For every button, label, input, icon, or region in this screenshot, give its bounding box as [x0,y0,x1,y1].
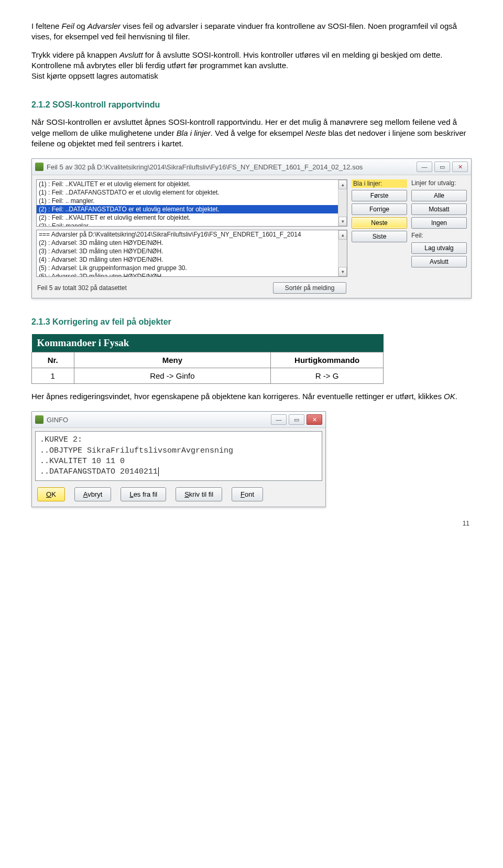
linjer-for-utvalg-label: Linjer for utvalg: [411,179,467,188]
ginfo-window: GINFO — ▭ ✕ .KURVE 2: ..OBJTYPE SikraFri… [31,411,326,507]
feil-titlebar: Feil 5 av 302 på D:\Kvalitetsikring\2014… [32,159,471,175]
avbryt-button[interactable]: Avbryt [74,487,112,501]
feil-list-warnings[interactable]: === Advarsler på D:\Kvalitetsikring\2014… [36,230,347,277]
sort-button[interactable]: Sortér på melding [273,282,346,294]
kom-col-meny: Meny [74,352,271,368]
list-item[interactable]: === Advarsler på D:\Kvalitetsikring\2014… [37,230,347,239]
kom-col-hurtig: Hurtigkommando [271,352,384,368]
para-212: Når SOSI-kontrollen er avsluttet åpnes S… [31,117,472,149]
font-button[interactable]: Font [232,487,263,501]
intro-para-2: Trykk videre på knappen Avslutt for å av… [31,50,472,82]
page-number: 11 [31,520,472,527]
list-item[interactable]: (1) : Feil: ..DATAFANGSTDATO er et ulovl… [37,188,347,197]
skriv-til-fil-button[interactable]: Skriv til fil [176,487,222,501]
list-item[interactable]: (2) : Feil: ..KVALITET er et ulovlig ele… [37,213,347,222]
ginfo-titlebar: GINFO — ▭ ✕ [32,412,325,428]
kom-table-head: Kommandoer i Fysak [32,334,384,352]
feil-sublabel: Feil: [411,232,467,240]
avslutt-button[interactable]: Avslutt [411,256,467,267]
para-213: Her åpnes redigeringsvindet, hvor egensk… [31,391,472,402]
kom-col-nr: Nr. [32,352,74,368]
feil-status-text: Feil 5 av totalt 302 på datasettet [37,284,127,292]
bla-i-linjer-label: Bla i linjer: [352,179,407,188]
motsatt-button[interactable]: Motsatt [411,203,467,215]
intro-para-1: I feltene Feil og Advarsler vises feil o… [31,21,472,42]
feil-title: Feil 5 av 302 på D:\Kvalitetsikring\2014… [47,163,417,171]
ingen-button[interactable]: Ingen [411,217,467,229]
neste-button[interactable]: Neste [352,217,407,229]
heading-213: 2.1.3 Korrigering av feil på objekter [31,317,472,327]
ok-button[interactable]: OK [37,487,65,501]
scroll-up-icon[interactable]: ▴ [338,230,347,240]
list-item[interactable]: (2) : Eail: manglar [37,222,347,227]
feil-window: Feil 5 av 302 på D:\Kvalitetsikring\2014… [31,158,472,298]
scroll-down-icon[interactable]: ▾ [338,267,347,276]
table-cell: Red -> Ginfo [74,368,271,384]
maximize-button[interactable]: ▭ [289,414,304,425]
siste-button[interactable]: Siste [352,231,407,242]
ginfo-editor[interactable]: .KURVE 2: ..OBJTYPE SikraFriluftslivsomr… [35,431,322,481]
close-button[interactable]: ✕ [307,414,322,425]
close-button[interactable]: ✕ [452,162,468,172]
minimize-button[interactable]: — [271,414,287,425]
table-cell: 1 [32,368,74,384]
app-icon [35,415,43,424]
list-item[interactable]: (4) : Advarsel: 3D måling uten HØYDE/NØH… [37,255,347,264]
scroll-down-icon[interactable]: ▾ [338,217,347,226]
list-item[interactable]: (3) : Advarsel: 3D måling uten HØYDE/NØH… [37,247,347,255]
list-item[interactable]: (5) : Advarsel: 2D målina uten HØYDE/NØH [37,272,347,277]
alle-button[interactable]: Alle [411,190,467,201]
les-fra-fil-button[interactable]: Les fra fil [121,487,166,501]
forste-button[interactable]: Første [352,190,407,201]
scrollbar[interactable]: ▴ ▾ [338,180,347,226]
scroll-up-icon[interactable]: ▴ [338,180,347,189]
lag-utvalg-button[interactable]: Lag utvalg [411,242,467,254]
list-item[interactable]: (1) : Feil: ..KVALITET er et ulovlig ele… [37,180,347,188]
list-item[interactable]: (5) : Advarsel: Lik gruppeinformasjon me… [37,264,347,272]
feil-list-errors[interactable]: (1) : Feil: ..KVALITET er et ulovlig ele… [36,179,347,227]
ginfo-title: GINFO [47,416,271,424]
forrige-button[interactable]: Forrige [352,203,407,215]
heading-212: 2.1.2 SOSI-kontroll rapportvindu [31,100,472,110]
kommandoer-table: Kommandoer i Fysak Nr. Meny Hurtigkomman… [31,334,384,384]
list-item[interactable]: (2) : Advarsel: 3D måling uten HØYDE/NØH… [37,239,347,247]
scrollbar[interactable]: ▴ ▾ [338,230,347,276]
app-icon [35,163,43,171]
minimize-button[interactable]: — [417,162,432,172]
table-cell: R -> G [271,368,384,384]
list-item[interactable]: (1) : Feil: .. mangler. [37,197,347,205]
list-item-selected[interactable]: (2) : Feil: ..DATAFANGSTDATO er et ulovl… [37,205,347,213]
maximize-button[interactable]: ▭ [434,162,450,172]
